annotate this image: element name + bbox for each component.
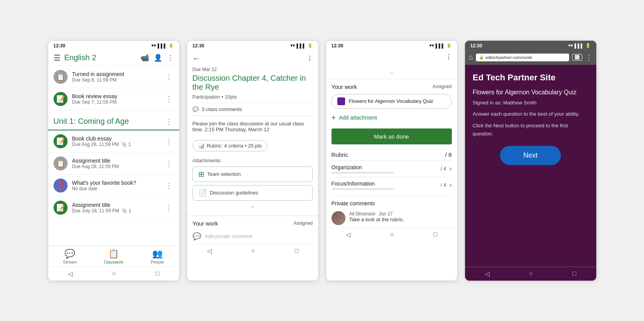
comment-row: Ali Dinsmoor Jun 17 Take a look at the r… <box>326 209 457 227</box>
more-button[interactable]: ⋮ <box>164 71 174 83</box>
video-icon[interactable]: 📹 <box>141 54 149 62</box>
url-text: edtechpartner.com/conte <box>485 55 532 60</box>
rubric-label: Rubric <box>332 151 348 158</box>
more-button[interactable]: ⋮ <box>164 202 174 213</box>
comment-icon: 💬 <box>193 106 199 112</box>
person-add-icon[interactable]: 👤 <box>154 54 162 62</box>
add-comment-placeholder: Add private comment <box>205 233 253 239</box>
scroll-hint-top: ⌄ <box>326 64 457 79</box>
screen3-phone: 12:30 ▾▾ ▌▌▌ 🔋 ⋮ ⌄ Your work Assigned Fl… <box>326 40 458 281</box>
assignment-due: No due date <box>72 186 164 191</box>
assignment-info: Assignment title Due July 18, 11:59 PM 📎… <box>72 202 164 213</box>
assignment-info: Turned in assignment Due Sep 8, 11:59 PM <box>72 71 164 83</box>
assignment-due: Due Aug 28, 11:59 PM <box>72 142 119 147</box>
list-item[interactable]: ❓ What's your favorite book? No due date… <box>48 175 179 197</box>
comment-body: Take a look at the rubric. <box>349 217 404 222</box>
home-nav-button[interactable]: ○ <box>390 231 394 238</box>
assignment-icon: 📝 <box>54 92 68 106</box>
more-vert-icon[interactable]: ⋮ <box>167 54 174 62</box>
browser-more-button[interactable]: ⋮ <box>585 53 592 62</box>
more-button[interactable]: ⋮ <box>164 158 174 169</box>
back-nav-button[interactable]: ◁ <box>485 270 490 278</box>
assignment-info: Assignment title Due Aug 28, 11:59 PM <box>72 158 164 169</box>
list-item[interactable]: 📋 Turned in assignment Due Sep 8, 11:59 … <box>48 66 179 88</box>
due-label: Due Mar 12 <box>187 67 318 74</box>
nav-classwork-label: Classwork <box>104 260 123 264</box>
back-nav-button[interactable]: ◁ <box>207 247 212 255</box>
rubric-score: / 4 <box>441 182 446 188</box>
android-nav: ◁ ○ □ <box>465 267 596 281</box>
nav-people[interactable]: 👥 People <box>135 246 179 267</box>
nav-classwork[interactable]: 📋 Classwork <box>92 246 135 267</box>
nav-stream[interactable]: 💬 Stream <box>48 246 92 267</box>
android-nav: ◁ ○ □ <box>326 227 457 241</box>
tabs-button[interactable]: ⬜ <box>572 54 582 61</box>
more-button[interactable]: ⋮ <box>164 180 174 191</box>
assigned-badge: Assigned <box>293 220 312 226</box>
screen1-status-icons: ▾▾ ▌▌▌ 🔋 <box>151 43 174 48</box>
home-nav-button[interactable]: ○ <box>112 270 116 277</box>
attachment-team-selection[interactable]: ⊞ Team selection <box>193 167 313 182</box>
commenter-name: Ali Dinsmoor <box>349 211 376 217</box>
attachment-label: Discussion guidelines <box>210 190 259 196</box>
screen1-title: English 2 <box>64 53 141 62</box>
recents-nav-button[interactable]: □ <box>295 247 299 254</box>
screen3-status-bar: 12:30 ▾▾ ▌▌▌ 🔋 <box>326 41 457 50</box>
home-nav-button[interactable]: ○ <box>251 247 255 254</box>
more-vert-icon[interactable]: ⋮ <box>446 53 452 61</box>
screen2-phone: 12:30 ▾▾ ▌▌▌ 🔋 ← ⋮ Due Mar 12 Discussion… <box>187 40 319 281</box>
rubric-header: Rubric / 8 <box>332 151 452 160</box>
recents-nav-button[interactable]: □ <box>573 270 576 277</box>
next-button[interactable]: Next <box>500 146 561 165</box>
url-bar[interactable]: 🔒 edtechpartner.com/conte <box>476 54 569 61</box>
section-title: Unit 1: Coming of Age <box>54 117 129 126</box>
more-button[interactable]: ⋮ <box>164 93 174 105</box>
rubric-focus[interactable]: Focus/Information / 4 › <box>332 177 452 193</box>
assignment-info: Book review essay Due Sep 7, 11:59 PM <box>72 93 164 105</box>
rubric-organization[interactable]: Organization / 4 › <box>332 161 452 177</box>
screen4-time: 12:30 <box>470 43 483 49</box>
android-nav: ◁ ○ □ <box>48 267 179 281</box>
screen1-header-icons: 📹 👤 ⋮ <box>141 54 174 62</box>
list-item[interactable]: 📋 Assignment title Due Aug 28, 11:59 PM … <box>48 153 179 175</box>
recents-nav-button[interactable]: □ <box>434 231 437 238</box>
add-comment-row[interactable]: 💬 Add private comment <box>187 229 318 244</box>
attach-count: 📎 1 <box>121 142 131 147</box>
mark-done-button[interactable]: Mark as done <box>332 128 452 144</box>
back-nav-button[interactable]: ◁ <box>346 231 351 238</box>
chevron-right-icon: › <box>450 165 452 173</box>
home-nav-button[interactable]: ○ <box>529 270 533 277</box>
assignment-title: Book review essay <box>72 93 164 99</box>
bottom-nav: 💬 Stream 📋 Classwork 👥 People <box>48 245 179 267</box>
assignment-title: Book club essay <box>72 135 164 142</box>
your-work-bar: Your work Assigned <box>187 216 318 229</box>
battery-icon: 🔋 <box>585 43 591 48</box>
nav-people-label: People <box>151 260 164 264</box>
screen2-time: 12:30 <box>193 43 205 49</box>
back-nav-button[interactable]: ◁ <box>68 270 73 278</box>
assignment-info: Book club essay Due Aug 28, 11:59 PM 📎 1 <box>72 135 164 147</box>
more-vert-icon[interactable]: ⋮ <box>307 55 313 62</box>
wifi-icon: ▾▾ <box>151 43 156 48</box>
wifi-icon: ▾▾ <box>290 43 295 48</box>
vocab-quiz-chip[interactable]: Flowers for Algernon Vocabulary Quiz <box>332 94 452 109</box>
attachment-discussion-guidelines[interactable]: 📄 Discussion guidelines <box>193 185 313 201</box>
assignment-icon: ❓ <box>54 179 68 193</box>
rubric-name: Focus/Information <box>332 180 394 187</box>
assignment-icon: 📋 <box>54 156 68 170</box>
list-item[interactable]: 📝 Book review essay Due Sep 7, 11:59 PM … <box>48 88 179 110</box>
rubric-chip[interactable]: 📊 Rubric: 4 criteria • 25 pts <box>193 140 268 151</box>
home-icon[interactable]: ⌂ <box>469 53 473 61</box>
list-item[interactable]: 📝 Book club essay Due Aug 28, 11:59 PM 📎… <box>48 130 179 153</box>
recents-nav-button[interactable]: □ <box>156 270 160 277</box>
add-attachment-button[interactable]: + Add attachment <box>326 110 457 125</box>
list-item[interactable]: 📝 Assignment title Due July 18, 11:59 PM… <box>48 197 179 219</box>
section-more-button[interactable]: ⋮ <box>164 116 174 127</box>
more-button[interactable]: ⋮ <box>164 135 174 147</box>
signal-icon: ▌▌▌ <box>436 43 444 48</box>
attachments-label: Attachments <box>187 154 318 165</box>
menu-icon[interactable]: ☰ <box>54 53 61 62</box>
battery-icon: 🔋 <box>307 43 313 48</box>
back-button[interactable]: ← <box>193 54 200 63</box>
assignment-due: Due July 18, 11:59 PM <box>72 208 119 213</box>
